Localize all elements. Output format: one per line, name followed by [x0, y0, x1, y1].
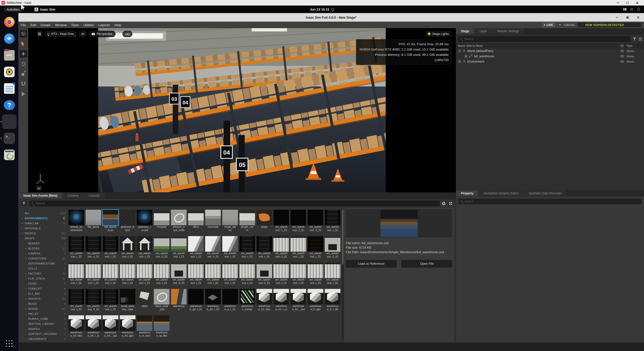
asset-item[interactable]: sm_warehous..t_01 [222, 262, 239, 288]
visibility-toggle[interactable] [618, 55, 626, 57]
nomachine-close-button[interactable] [635, 1, 639, 5]
assets-filter-button[interactable] [20, 200, 27, 206]
settings-gear-icon[interactable] [442, 202, 446, 205]
menu-tools[interactable]: Tools [69, 23, 81, 27]
type-column-header[interactable]: Type [626, 44, 642, 47]
menu-utilities[interactable]: Utilities [81, 23, 96, 27]
category-beaker[interactable]: →BEAKER1 [19, 241, 67, 246]
asset-item[interactable]: sm_warehous..t_01 [170, 236, 187, 262]
scrollbar-thumb[interactable] [342, 210, 343, 265]
asset-item[interactable]: sm_warehous..1_01 [273, 209, 290, 236]
asset-item[interactable]: sm_warehous..r_01 [222, 236, 239, 262]
category-sektion-cabinet[interactable]: →SEKTION_CABINET3 [19, 321, 67, 326]
category-food[interactable]: →FOOD5 [19, 281, 67, 286]
dock-files[interactable] [2, 48, 16, 62]
asset-item[interactable]: sm_warehous..0_01 [273, 236, 290, 262]
asset-item[interactable]: sm_warehous..t_01 [239, 262, 256, 288]
asset-item[interactable]: simple_room [239, 209, 256, 236]
viewport[interactable]: 03 04 04 05 [28, 28, 456, 192]
asset-item[interactable]: full_warehouse [102, 209, 119, 236]
category-rubiks-cube[interactable]: →RUBIKS_CUBE1 [19, 316, 67, 321]
asset-item[interactable]: sm_warehous..r_01 [256, 236, 273, 262]
tab-stage[interactable]: Stage [456, 28, 475, 34]
window-maximize-button[interactable] [625, 15, 629, 19]
open-file-button[interactable]: Open File [402, 260, 452, 268]
asset-item[interactable]: gridroom_black [119, 209, 136, 236]
category-factory[interactable]: +FACTORY40 [19, 271, 67, 276]
category-deformabletube[interactable]: →DEFORMABLETUBE1 [19, 261, 67, 266]
move-tool-button[interactable] [20, 50, 27, 58]
menu-edit[interactable]: Edit [28, 23, 38, 27]
focused-app-menu[interactable]: Isaac Sim [34, 8, 55, 11]
asset-item[interactable]: sm_warehous..t_01 [153, 262, 170, 288]
asset-item[interactable]: office [187, 209, 204, 236]
category-props[interactable]: -PROPS398 [19, 236, 67, 241]
asset-item[interactable]: sm_warehous..t_01 [85, 262, 102, 288]
renderer-selector[interactable]: RTX - Real-Time [44, 31, 77, 37]
live-sync-button[interactable]: LIVE [542, 23, 555, 27]
capture-icon[interactable]: ((●)) [122, 31, 132, 37]
assets-search-input[interactable] [35, 202, 438, 205]
asset-item[interactable]: sm_warehous..r_01 [307, 236, 324, 262]
asset-item[interactable]: warehouse_h1..r_in [273, 288, 290, 315]
category-people[interactable]: +PEOPLE312 [19, 231, 67, 236]
asset-item[interactable]: stairs [136, 288, 153, 315]
category-camera[interactable]: →CAMERA2 [19, 251, 67, 256]
asset-item[interactable]: warehouse_wi..lifts [153, 315, 170, 341]
system-tray[interactable] [623, 8, 640, 11]
menu-window[interactable]: Window [53, 23, 69, 27]
asset-item[interactable]: sm_warehous..t_01 [102, 262, 119, 288]
asset-item[interactable]: sm_warehous..r_01 [102, 236, 119, 262]
clock-button[interactable]: Jun 13 15:11 [310, 8, 334, 11]
asset-item[interactable]: slope [256, 209, 273, 236]
dock-writer[interactable] [2, 81, 16, 96]
category-isaaclab[interactable]: +ISAACLAB62 [19, 221, 67, 226]
asset-item[interactable]: hospital [153, 209, 170, 236]
dock-thunderbird[interactable] [2, 32, 16, 46]
nomachine-minimize-button[interactable] [616, 1, 620, 5]
asset-item[interactable]: flat_plane [85, 209, 102, 236]
asset-item[interactable]: warehouse_a0..t_01 [187, 288, 204, 315]
asset-item[interactable]: sm_warehous..t_01 [273, 262, 290, 288]
grid-view-toggle-button[interactable] [448, 201, 454, 206]
asset-item[interactable]: sm_warehous..t_01 [204, 262, 222, 288]
asset-item[interactable]: default_environment [68, 209, 85, 236]
asset-item[interactable]: sm_warehous..0_01 [256, 262, 273, 288]
asset-item[interactable]: warehouse_h1.._out [290, 288, 307, 315]
tab-console[interactable]: Console [84, 193, 105, 199]
category-shapes[interactable]: →SHAPES7 [19, 326, 67, 331]
category-blocks[interactable]: +BLOCKS13 [19, 246, 67, 251]
menu-file[interactable]: File [18, 23, 28, 27]
visibility-toggle[interactable] [618, 50, 626, 52]
asset-item[interactable]: sm_warehous..0_01 [170, 262, 187, 288]
asset-item[interactable]: warehouse_m..lves [136, 315, 153, 341]
tab-render-settings[interactable]: Render Settings [492, 28, 524, 34]
dock-rhythmbox[interactable] [2, 65, 16, 79]
asset-item[interactable]: sm_warehous..t_01 [119, 236, 136, 262]
show-applications-button[interactable] [6, 340, 13, 347]
asset-item[interactable]: warehouse_h1..nter [256, 288, 273, 315]
asset-item[interactable]: sm_warehous..0_01 [85, 288, 102, 315]
category-materials[interactable]: •MATERIALS [19, 226, 67, 231]
assets-search-field[interactable] [29, 201, 440, 206]
asset-item[interactable]: sm_warehous..t_01 [68, 288, 85, 315]
asset-item[interactable]: sm_warehous..r_01 [239, 236, 256, 262]
asset-item[interactable]: warehouse [170, 288, 187, 315]
isaac-sim-title-bar[interactable]: Isaac Sim Full 4.5.0 - New Stage* [18, 13, 644, 22]
new-version-banner[interactable]: NEW VERSION DETECTED [578, 23, 641, 27]
category-environments[interactable]: +ENVIRONMENTS [19, 216, 67, 221]
tab-isaac-sim-assets-beta[interactable]: Isaac Sim Assets [Beta] [18, 193, 63, 199]
menu-layouts[interactable]: Layouts [96, 23, 112, 27]
tab-content[interactable]: Content [63, 193, 84, 199]
asset-item[interactable]: sm_warehous..t_01 [119, 262, 136, 288]
category-mounts[interactable]: +MOUNTS12 [19, 296, 67, 301]
nomachine-maximize-button[interactable] [625, 1, 629, 5]
property-search-input[interactable] [464, 200, 639, 203]
tab-semantics-schema-editor[interactable]: Semantics Schema Editor [479, 190, 524, 196]
rotate-tool-button[interactable] [20, 60, 27, 68]
menu-create[interactable]: Create [38, 23, 53, 27]
stage-search-input[interactable] [464, 37, 628, 41]
menu-help[interactable]: Help [112, 23, 123, 27]
category-mugs[interactable]: →MUGS4 [19, 301, 67, 306]
category-klt-bin[interactable]: →KLT_BIN3 [19, 291, 67, 296]
